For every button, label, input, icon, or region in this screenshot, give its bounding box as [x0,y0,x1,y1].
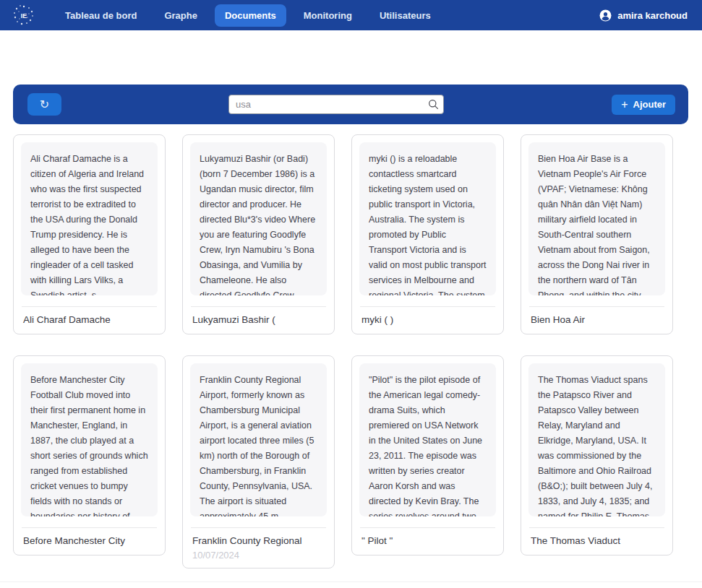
user-avatar-icon [599,9,612,22]
search-box [228,95,444,114]
refresh-icon: ↻ [40,99,49,111]
user-menu[interactable]: amira karchoud [599,9,688,22]
user-name: amira karchoud [617,10,688,21]
add-button[interactable]: + Ajouter [612,95,675,115]
pagination-footer: Affichage de 1 à 8 des 13 entrées ‹ 1 2 … [0,581,702,588]
logo-text: IE [21,12,27,20]
document-card[interactable]: Ali Charaf Damache is a citizen of Alger… [13,134,166,334]
document-title: Lukyamuzi Bashir ( [190,307,327,334]
app-logo-icon[interactable]: IE [12,3,36,27]
nav-item-monitoring[interactable]: Monitoring [294,4,362,27]
documents-grid: Ali Charaf Damache is a citizen of Alger… [13,134,673,568]
plus-icon: + [621,99,628,111]
document-preview-text: Bien Hoa Air Base is a Vietnam People's … [528,142,665,295]
document-title: myki ( ) [359,307,496,334]
main-nav: Tableau de bord Graphe Documents Monitor… [55,4,448,27]
search-icon [428,99,439,113]
document-title: Before Manchester City [21,528,158,555]
nav-item-graphe[interactable]: Graphe [154,4,207,27]
document-card[interactable]: Franklin County Regional Airport, former… [182,355,335,568]
add-button-label: Ajouter [633,99,667,110]
document-preview-text: Before Manchester City Football Club mov… [21,363,158,516]
nav-item-utilisateurs[interactable]: Utilisateurs [369,4,441,27]
document-preview-text: Lukyamuzi Bashir (or Badi)(born 7 Decemb… [190,142,327,295]
documents-toolbar: ↻ + Ajouter [13,85,688,124]
document-card[interactable]: Before Manchester City Football Club mov… [13,355,166,555]
document-title: " Pilot " [359,528,496,555]
document-title: Ali Charaf Damache [21,307,158,334]
document-date: 10/07/2024 [190,550,327,568]
search-input[interactable] [228,95,444,114]
document-preview-text: Ali Charaf Damache is a citizen of Alger… [21,142,158,295]
document-card[interactable]: Bien Hoa Air Base is a Vietnam People's … [521,134,673,334]
nav-item-documents[interactable]: Documents [215,4,286,27]
document-preview-text: "Pilot" is the pilot episode of the Amer… [359,363,496,516]
document-card[interactable]: Lukyamuzi Bashir (or Badi)(born 7 Decemb… [182,134,335,334]
document-preview-text: myki () is a reloadable contactless smar… [359,142,496,295]
document-card[interactable]: myki () is a reloadable contactless smar… [351,134,504,334]
document-preview-text: Franklin County Regional Airport, former… [190,363,327,516]
top-navbar: IE Tableau de bord Graphe Documents Moni… [0,0,702,30]
document-preview-text: The Thomas Viaduct spans the Patapsco Ri… [528,363,665,516]
document-title: Bien Hoa Air [528,307,665,334]
document-card[interactable]: The Thomas Viaduct spans the Patapsco Ri… [521,355,673,555]
refresh-button[interactable]: ↻ [27,93,61,116]
document-card[interactable]: "Pilot" is the pilot episode of the Amer… [351,355,504,555]
nav-item-tableau-de-bord[interactable]: Tableau de bord [55,4,147,27]
document-title: The Thomas Viaduct [528,528,665,555]
